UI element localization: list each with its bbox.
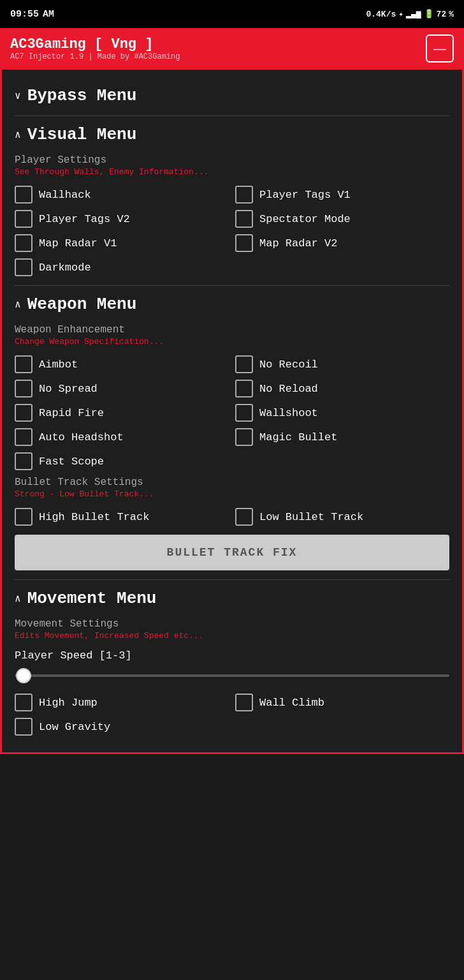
weapon-chevron-icon: ∧ bbox=[15, 298, 21, 311]
bypass-menu-title: Bypass Menu bbox=[27, 86, 137, 105]
weapon-menu-header[interactable]: ∧ Weapon Menu bbox=[15, 295, 449, 314]
high-bullet-track-item[interactable]: High Bullet Track bbox=[15, 508, 229, 526]
auto-headshot-checkbox[interactable] bbox=[15, 428, 33, 446]
player-speed-label: Player Speed [1-3] bbox=[15, 650, 449, 662]
movement-menu-header[interactable]: ∧ Movement Menu bbox=[15, 589, 449, 608]
slider-track bbox=[15, 674, 449, 677]
app-title: AC3Gaming [ Vng ] bbox=[10, 36, 180, 52]
aimbot-item[interactable]: Aimbot bbox=[15, 355, 229, 373]
visual-subsection-title: Player Settings bbox=[15, 154, 449, 166]
bypass-chevron-icon: ∨ bbox=[15, 89, 21, 102]
movement-chevron-icon: ∧ bbox=[15, 592, 21, 605]
movement-subsection-title: Movement Settings bbox=[15, 618, 449, 630]
low-gravity-item[interactable]: Low Gravity bbox=[15, 718, 449, 736]
status-ampm: AM bbox=[43, 9, 54, 20]
app-subtitle: AC7 Injector 1.9 | Made by #AC3Gaming bbox=[10, 52, 180, 61]
rapid-fire-item[interactable]: Rapid Fire bbox=[15, 404, 229, 422]
bluetooth-icon: ✦ bbox=[398, 9, 403, 19]
wallshoot-checkbox[interactable] bbox=[235, 404, 253, 422]
close-icon: — bbox=[433, 42, 446, 55]
bypass-menu-header[interactable]: ∨ Bypass Menu bbox=[15, 86, 449, 105]
high-jump-checkbox[interactable] bbox=[15, 694, 33, 711]
status-time: 09:55 bbox=[10, 9, 39, 20]
no-spread-label: No Spread bbox=[39, 383, 98, 395]
player-tags-v1-item[interactable]: Player Tags V1 bbox=[235, 186, 449, 204]
aimbot-checkbox[interactable] bbox=[15, 355, 33, 373]
player-tags-v2-item[interactable]: Player Tags V2 bbox=[15, 210, 229, 228]
darkmode-checkbox[interactable] bbox=[15, 258, 33, 276]
close-button[interactable]: — bbox=[426, 34, 454, 63]
fast-scope-item[interactable]: Fast Scope bbox=[15, 452, 449, 470]
auto-headshot-label: Auto Headshot bbox=[39, 431, 124, 443]
no-reload-label: No Reload bbox=[259, 383, 318, 395]
weapon-menu-title: Weapon Menu bbox=[27, 295, 137, 314]
movement-subsection-desc: Edits Movement, Increased Speed etc... bbox=[15, 631, 449, 641]
map-radar-v2-checkbox[interactable] bbox=[235, 234, 253, 252]
magic-bullet-label: Magic Bullet bbox=[259, 431, 337, 443]
spectator-mode-checkbox[interactable] bbox=[235, 210, 253, 228]
fast-scope-checkbox[interactable] bbox=[15, 452, 33, 470]
visual-subsection-desc: See Through Walls, Enemy Information... bbox=[15, 167, 449, 177]
wall-climb-checkbox[interactable] bbox=[235, 694, 253, 711]
movement-checkbox-grid: High Jump Wall Climb bbox=[15, 694, 449, 711]
player-tags-v1-checkbox[interactable] bbox=[235, 186, 253, 204]
map-radar-v2-item[interactable]: Map Radar V2 bbox=[235, 234, 449, 252]
magic-bullet-checkbox[interactable] bbox=[235, 428, 253, 446]
wall-climb-label: Wall Climb bbox=[259, 697, 324, 709]
bullet-track-subsection-title: Bullet Track Settings bbox=[15, 477, 449, 488]
player-tags-v2-checkbox[interactable] bbox=[15, 210, 33, 228]
wallshoot-label: Wallshoot bbox=[259, 407, 318, 419]
auto-headshot-item[interactable]: Auto Headshot bbox=[15, 428, 229, 446]
weapon-subsection-title: Weapon Enhancement bbox=[15, 324, 449, 336]
no-reload-item[interactable]: No Reload bbox=[235, 380, 449, 397]
map-radar-v2-label: Map Radar V2 bbox=[259, 237, 337, 249]
signal-icon: ▂▄▆ bbox=[406, 9, 421, 19]
weapon-checkbox-grid: Aimbot No Recoil No Spread No Reload Rap… bbox=[15, 355, 449, 446]
darkmode-item[interactable]: Darkmode bbox=[15, 258, 449, 276]
visual-chevron-icon: ∧ bbox=[15, 128, 21, 141]
aimbot-label: Aimbot bbox=[39, 359, 78, 371]
wallhack-label: Wallhack bbox=[39, 189, 91, 201]
no-recoil-item[interactable]: No Recoil bbox=[235, 355, 449, 373]
visual-menu-header[interactable]: ∧ Visual Menu bbox=[15, 125, 449, 144]
high-bullet-track-label: High Bullet Track bbox=[39, 511, 149, 523]
high-jump-label: High Jump bbox=[39, 697, 98, 709]
low-bullet-track-label: Low Bullet Track bbox=[259, 511, 363, 523]
weapon-subsection-desc: Change Weapon Specification... bbox=[15, 337, 449, 346]
network-speed: 0.4K/s bbox=[366, 10, 396, 19]
rapid-fire-checkbox[interactable] bbox=[15, 404, 33, 422]
main-content: ∨ Bypass Menu ∧ Visual Menu Player Setti… bbox=[0, 68, 464, 754]
low-bullet-track-checkbox[interactable] bbox=[235, 508, 253, 526]
player-speed-slider[interactable] bbox=[15, 668, 449, 683]
divider-visual bbox=[15, 285, 449, 286]
low-gravity-checkbox[interactable] bbox=[15, 718, 33, 736]
darkmode-label: Darkmode bbox=[39, 262, 91, 274]
status-right: 0.4K/s ✦ ▂▄▆ 🔋 72% bbox=[366, 9, 454, 19]
fast-scope-label: Fast Scope bbox=[39, 456, 104, 468]
high-jump-item[interactable]: High Jump bbox=[15, 694, 229, 711]
high-bullet-track-checkbox[interactable] bbox=[15, 508, 33, 526]
no-reload-checkbox[interactable] bbox=[235, 380, 253, 397]
wallshoot-item[interactable]: Wallshoot bbox=[235, 404, 449, 422]
spectator-mode-label: Spectator Mode bbox=[259, 213, 351, 225]
bullet-track-fix-button[interactable]: BULLET TRACK FIX bbox=[15, 535, 449, 570]
slider-thumb[interactable] bbox=[16, 668, 31, 683]
wallhack-item[interactable]: Wallhack bbox=[15, 186, 229, 204]
wallhack-checkbox[interactable] bbox=[15, 186, 33, 204]
wall-climb-item[interactable]: Wall Climb bbox=[235, 694, 449, 711]
no-spread-checkbox[interactable] bbox=[15, 380, 33, 397]
no-recoil-checkbox[interactable] bbox=[235, 355, 253, 373]
battery-level: 72 bbox=[437, 10, 447, 19]
app-header: AC3Gaming [ Vng ] AC7 Injector 1.9 | Mad… bbox=[0, 28, 464, 68]
player-tags-v2-label: Player Tags V2 bbox=[39, 213, 130, 225]
magic-bullet-item[interactable]: Magic Bullet bbox=[235, 428, 449, 446]
map-radar-v1-checkbox[interactable] bbox=[15, 234, 33, 252]
low-bullet-track-item[interactable]: Low Bullet Track bbox=[235, 508, 449, 526]
bullet-track-subsection-desc: Strong - Low Bullet Track... bbox=[15, 489, 449, 499]
rapid-fire-label: Rapid Fire bbox=[39, 407, 104, 419]
no-spread-item[interactable]: No Spread bbox=[15, 380, 229, 397]
visual-checkbox-grid: Wallhack Player Tags V1 Player Tags V2 S… bbox=[15, 186, 449, 252]
spectator-mode-item[interactable]: Spectator Mode bbox=[235, 210, 449, 228]
map-radar-v1-item[interactable]: Map Radar V1 bbox=[15, 234, 229, 252]
player-tags-v1-label: Player Tags V1 bbox=[259, 189, 351, 201]
